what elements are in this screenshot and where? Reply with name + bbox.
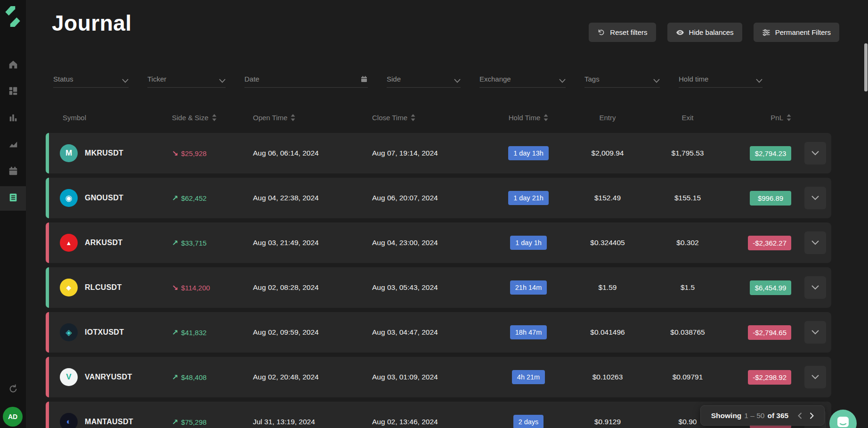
pnl-accent-bar bbox=[46, 312, 49, 353]
symbol-cell: ◆ RLCUSDT bbox=[60, 279, 172, 296]
entry-value: $152.49 bbox=[568, 194, 647, 202]
entry-value: $0.041496 bbox=[568, 328, 647, 337]
symbol-label: MKRUSDT bbox=[85, 149, 123, 157]
table-row[interactable]: ◈ IOTXUSDT ↗ $41,832 Aug 02, 09:59, 2024… bbox=[46, 312, 831, 353]
chevron-down-icon bbox=[219, 79, 226, 83]
filter-hold-time-label: Hold time bbox=[679, 75, 708, 83]
size-value: $75,298 bbox=[181, 418, 206, 426]
page-title: Journal bbox=[52, 10, 132, 36]
hold-time-badge: 4h 21m bbox=[512, 370, 545, 384]
side-arrow-icon: ↘ bbox=[172, 149, 178, 158]
table-row[interactable]: V VANRYUSDT ↗ $48,408 Aug 02, 20:48, 202… bbox=[46, 357, 831, 397]
sidebar: AD bbox=[0, 0, 26, 428]
pnl-accent-bar bbox=[46, 133, 49, 173]
permanent-filters-label: Permanent Filters bbox=[775, 28, 831, 36]
home-icon bbox=[8, 59, 18, 72]
column-exit: Exit bbox=[647, 114, 729, 122]
side-size-cell: ↘ $114,200 bbox=[172, 283, 253, 292]
sidebar-item-dashboard[interactable] bbox=[0, 80, 26, 104]
sidebar-item-reports[interactable] bbox=[0, 107, 26, 131]
scrollbar-thumb[interactable] bbox=[864, 43, 868, 91]
expand-row-button[interactable] bbox=[804, 142, 826, 165]
size-value: $48,408 bbox=[181, 373, 206, 381]
sort-icon bbox=[411, 114, 415, 121]
close-time-value: Aug 06, 20:07, 2024 bbox=[372, 194, 488, 202]
sidebar-item-home[interactable] bbox=[0, 53, 26, 78]
pnl-badge: -$2,298.92 bbox=[748, 370, 791, 385]
expand-row-button[interactable] bbox=[804, 321, 826, 344]
reset-filters-button[interactable]: Reset filters bbox=[589, 23, 656, 42]
chevron-down-icon bbox=[756, 79, 763, 83]
brand-logo-icon[interactable] bbox=[4, 6, 21, 29]
expand-row-button[interactable] bbox=[804, 366, 826, 388]
column-open-time[interactable]: Open Time bbox=[253, 114, 372, 122]
permanent-filters-button[interactable]: Permanent Filters bbox=[754, 23, 839, 42]
filter-hold-time[interactable]: Hold time bbox=[679, 70, 763, 88]
exit-value: $0.09791 bbox=[647, 373, 729, 381]
open-time-value: Aug 02, 20:48, 2024 bbox=[253, 373, 372, 381]
column-hold-time[interactable]: Hold Time bbox=[488, 114, 568, 122]
symbol-label: MANTAUSDT bbox=[85, 418, 133, 426]
expand-row-button[interactable] bbox=[804, 276, 826, 299]
entry-value: $0.10263 bbox=[568, 373, 647, 381]
symbol-cell: M MKRUSDT bbox=[60, 144, 172, 162]
calendar-icon bbox=[360, 75, 368, 83]
open-time-value: Aug 04, 22:38, 2024 bbox=[253, 194, 372, 202]
side-size-cell: ↗ $33,715 bbox=[172, 239, 253, 247]
sidebar-item-journal[interactable] bbox=[0, 186, 26, 211]
filter-date[interactable]: Date bbox=[244, 70, 368, 88]
coin-icon: ◐ bbox=[60, 413, 78, 428]
calendar-icon bbox=[8, 166, 18, 178]
pnl-badge: $2,794.23 bbox=[750, 146, 791, 161]
entry-value: $1.59 bbox=[568, 283, 647, 292]
symbol-cell: ◐ MANTAUSDT bbox=[60, 413, 172, 428]
table-row[interactable]: ▲ ARKUSDT ↗ $33,715 Aug 03, 21:49, 2024 … bbox=[46, 222, 831, 263]
close-time-value: Aug 03, 04:47, 2024 bbox=[372, 328, 488, 337]
chat-launcher-button[interactable] bbox=[829, 410, 857, 428]
sidebar-item-sync[interactable] bbox=[0, 378, 26, 402]
sidebar-item-calendar[interactable] bbox=[0, 160, 26, 184]
table-row[interactable]: ◆ RLCUSDT ↘ $114,200 Aug 02, 08:28, 2024… bbox=[46, 267, 831, 308]
hold-time-badge: 21h 14m bbox=[510, 280, 547, 295]
pagination-next-button[interactable] bbox=[810, 412, 814, 419]
size-value: $25,928 bbox=[181, 149, 206, 157]
filter-tags[interactable]: Tags bbox=[584, 70, 660, 88]
symbol-cell: ◉ GNOUSDT bbox=[60, 189, 172, 207]
size-value: $114,200 bbox=[181, 284, 210, 292]
filter-exchange[interactable]: Exchange bbox=[479, 70, 566, 88]
column-pnl[interactable]: PnL bbox=[729, 114, 791, 122]
column-close-time[interactable]: Close Time bbox=[372, 114, 488, 122]
side-size-cell: ↗ $48,408 bbox=[172, 373, 253, 382]
avatar-initials: AD bbox=[8, 413, 17, 420]
filter-status[interactable]: Status bbox=[53, 70, 129, 88]
expand-row-button[interactable] bbox=[804, 231, 826, 254]
pnl-accent-bar bbox=[46, 402, 49, 428]
side-size-cell: ↗ $75,298 bbox=[172, 418, 253, 427]
column-side-size[interactable]: Side & Size bbox=[172, 114, 253, 122]
pnl-badge: $996.89 bbox=[750, 191, 791, 206]
trend-icon bbox=[8, 140, 18, 152]
coin-icon: V bbox=[60, 368, 78, 386]
sidebar-item-analytics[interactable] bbox=[0, 133, 26, 158]
open-time-value: Aug 02, 08:28, 2024 bbox=[253, 283, 372, 292]
refresh-icon bbox=[8, 384, 18, 396]
expand-row-button[interactable] bbox=[804, 187, 826, 209]
close-time-value: Aug 03, 01:09, 2024 bbox=[372, 373, 488, 381]
side-arrow-icon: ↗ bbox=[172, 194, 178, 203]
hide-balances-button[interactable]: Hide balances bbox=[667, 23, 742, 42]
filter-ticker[interactable]: Ticker bbox=[147, 70, 226, 88]
close-time-value: Aug 02, 13:46, 2024 bbox=[372, 418, 488, 426]
pagination-prefix: Showing bbox=[711, 412, 742, 420]
sort-icon bbox=[544, 114, 548, 121]
pagination-prev-button[interactable] bbox=[798, 412, 802, 419]
entry-value: $0.9129 bbox=[568, 418, 647, 426]
table-row[interactable]: M MKRUSDT ↘ $25,928 Aug 06, 06:14, 2024 … bbox=[46, 133, 831, 173]
sort-icon bbox=[787, 114, 791, 121]
reset-filters-label: Reset filters bbox=[610, 28, 647, 36]
symbol-label: RLCUSDT bbox=[85, 283, 122, 292]
coin-icon: ◉ bbox=[60, 189, 78, 207]
user-avatar[interactable]: AD bbox=[3, 407, 23, 427]
symbol-cell: V VANRYUSDT bbox=[60, 368, 172, 386]
table-row[interactable]: ◉ GNOUSDT ↗ $62,452 Aug 04, 22:38, 2024 … bbox=[46, 178, 831, 218]
filter-side[interactable]: Side bbox=[387, 70, 461, 88]
